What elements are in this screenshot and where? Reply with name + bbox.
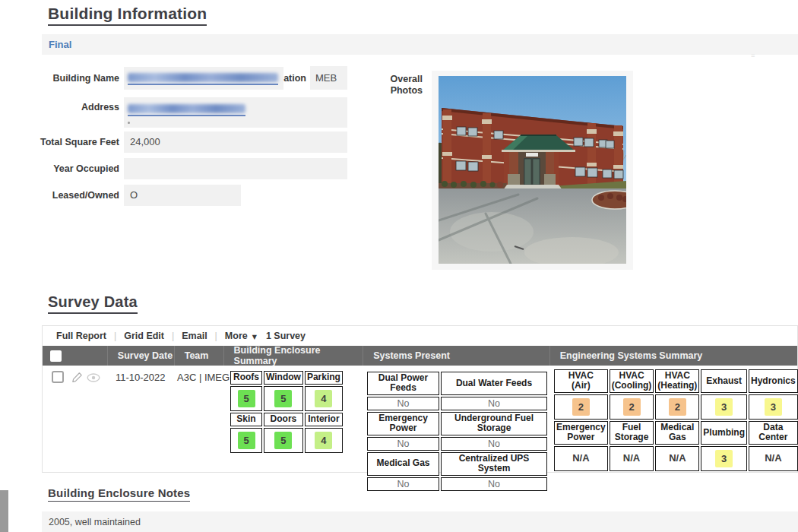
rating-value-cell: 4 <box>305 428 343 453</box>
grid-edit-button[interactable]: Grid Edit <box>124 331 164 341</box>
page-title: Building Information <box>48 5 207 26</box>
mini-header-cell: EmergencyPower <box>554 421 608 445</box>
rating-value-cell: N/A <box>610 446 654 471</box>
mini-header-cell: DataCenter <box>749 421 798 445</box>
rating-badge: 5 <box>274 432 292 449</box>
building-name-label: Building Name <box>23 73 119 84</box>
column-team: Team <box>174 346 223 366</box>
edit-pencil-icon[interactable] <box>71 372 83 383</box>
mini-header-cell: Skin <box>230 413 262 426</box>
building-photo[interactable] <box>439 76 626 264</box>
full-report-button[interactable]: Full Report <box>56 331 106 341</box>
column-survey-date: Survey Date <box>107 346 174 366</box>
year-occupied-label: Year Occupied <box>23 163 119 175</box>
address-label: Address <box>23 102 119 113</box>
notes-bar: 2005, well maintained <box>42 511 798 532</box>
overall-photos-label: Overall Photos <box>357 74 423 97</box>
survey-date-value: 11-10-2022 <box>116 372 166 383</box>
mini-header-cell: Centralized UPS System <box>441 452 547 476</box>
window-edge-strip <box>0 490 8 532</box>
total-square-feet-field[interactable]: 24,000 <box>124 131 347 153</box>
rating-value-cell: 5 <box>264 428 303 453</box>
rating-badge: 3 <box>765 398 782 416</box>
system-value-cell: No <box>441 437 547 451</box>
team-value: A3C | IMEG <box>177 372 230 383</box>
survey-table: Full Report | Grid Edit | Email | More▼ … <box>42 325 798 473</box>
rating-value-cell: 3 <box>701 446 747 471</box>
engineering-systems-summary-table: HVAC(Air)HVAC(Cooling)HVAC(Heating)Exhau… <box>553 368 798 473</box>
mini-header-cell: Medical Gas <box>367 452 439 476</box>
header-checkbox-cell <box>43 346 107 366</box>
table-header: Survey Date Team Building Enclosure Summ… <box>43 346 797 366</box>
mini-header-cell: Exhaust <box>701 369 747 393</box>
mini-header-cell: Doors <box>264 413 303 426</box>
rating-badge: 2 <box>623 398 641 416</box>
row-checkbox[interactable] <box>52 371 64 383</box>
rating-value-cell: 5 <box>230 386 262 411</box>
building-enclosure-notes-title: Building Enclosure Notes <box>48 486 190 502</box>
system-value-cell: No <box>441 397 547 410</box>
rating-value-cell: 3 <box>701 394 747 420</box>
mini-header-cell: Window <box>264 371 303 385</box>
address-field[interactable] <box>124 97 347 128</box>
view-eye-icon[interactable] <box>87 373 100 382</box>
leased-owned-field[interactable]: O <box>124 185 241 206</box>
system-value-cell: No <box>367 477 439 491</box>
notes-text: 2005, well maintained <box>49 517 141 527</box>
mini-header-cell: HVAC(Air) <box>554 369 608 393</box>
mini-header-cell: Dual Water Feeds <box>441 372 547 395</box>
mini-header-cell: Emergency Power <box>367 412 439 435</box>
more-menu-button[interactable]: More▼ <box>225 331 257 341</box>
abbreviation-field[interactable]: MEB <box>310 66 347 90</box>
building-name-field[interactable] <box>124 67 283 90</box>
mini-header-cell: Plumbing <box>701 421 747 445</box>
leased-owned-label: Leased/Owned <box>23 190 119 201</box>
rating-value-cell: 2 <box>554 394 608 420</box>
system-value-cell: No <box>441 477 547 491</box>
building-information-page: Building Information Final ≡ Building Na… <box>0 0 798 532</box>
rating-value-cell: N/A <box>749 446 798 471</box>
rating-value-cell: 2 <box>610 394 654 420</box>
total-square-feet-label: Total Square Feet <box>23 137 119 148</box>
column-systems-present: Systems Present <box>363 346 549 366</box>
mini-header-cell: Parking <box>305 371 343 385</box>
system-value-cell: No <box>367 397 439 410</box>
column-building-enclosure-summary: Building Enclosure Summary <box>223 346 363 366</box>
mini-header-cell: Roofs <box>230 371 262 385</box>
status-badge: Final <box>49 39 71 50</box>
mini-header-cell: Underground Fuel Storage <box>441 412 547 435</box>
mini-header-cell: Interior <box>305 413 343 426</box>
mini-header-cell: HVAC(Heating) <box>655 369 699 393</box>
rating-badge: 2 <box>669 398 686 416</box>
systems-present-table: Dual Power FeedsDual Water FeedsNoNoEmer… <box>366 370 549 492</box>
mini-header-cell: Hydronics <box>749 369 798 393</box>
table-row: 11-10-2022 A3C | IMEG RoofsWindowParking… <box>43 366 797 472</box>
year-occupied-field[interactable] <box>124 158 347 179</box>
rating-value-cell: 5 <box>230 428 262 453</box>
rating-badge: 4 <box>315 390 332 407</box>
rating-value-cell: 5 <box>264 386 303 411</box>
rating-badge: 2 <box>572 398 590 416</box>
rating-value-cell: 2 <box>655 394 699 420</box>
status-bar: Final <box>42 34 798 55</box>
rating-badge: 4 <box>315 432 332 449</box>
rating-badge: 5 <box>274 390 292 407</box>
survey-toolbar: Full Report | Grid Edit | Email | More▼ … <box>43 326 797 346</box>
rating-badge: 5 <box>238 390 255 407</box>
rating-value-cell: 3 <box>749 394 798 420</box>
mini-header-cell: FuelStorage <box>610 421 654 445</box>
select-all-checkbox[interactable] <box>50 350 62 362</box>
rating-badge: 3 <box>715 450 733 467</box>
rating-badge: 3 <box>715 398 733 416</box>
chevron-down-icon: ▼ <box>252 334 257 340</box>
email-button[interactable]: Email <box>182 331 207 341</box>
redacted-address <box>128 104 245 113</box>
mini-header-cell: MedicalGas <box>655 421 699 445</box>
rating-value-cell: N/A <box>554 446 608 471</box>
redacted-building-name <box>128 73 278 82</box>
system-value-cell: No <box>367 437 439 451</box>
rating-value-cell: N/A <box>655 446 699 471</box>
rating-value-cell: 4 <box>305 386 343 411</box>
section-drag-handle-icon: ≡ <box>751 54 755 57</box>
rating-badge: 5 <box>238 432 255 449</box>
